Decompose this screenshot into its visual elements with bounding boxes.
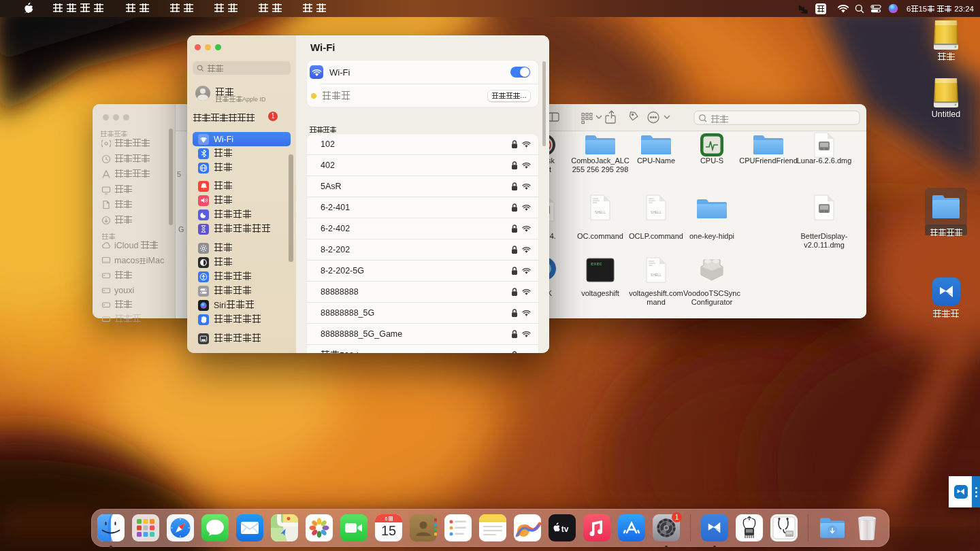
svg-text:exec: exec <box>591 261 602 267</box>
svg-text:15: 15 <box>381 523 396 538</box>
svg-text:6: 6 <box>385 516 388 521</box>
svg-text:tv: tv <box>561 524 569 534</box>
